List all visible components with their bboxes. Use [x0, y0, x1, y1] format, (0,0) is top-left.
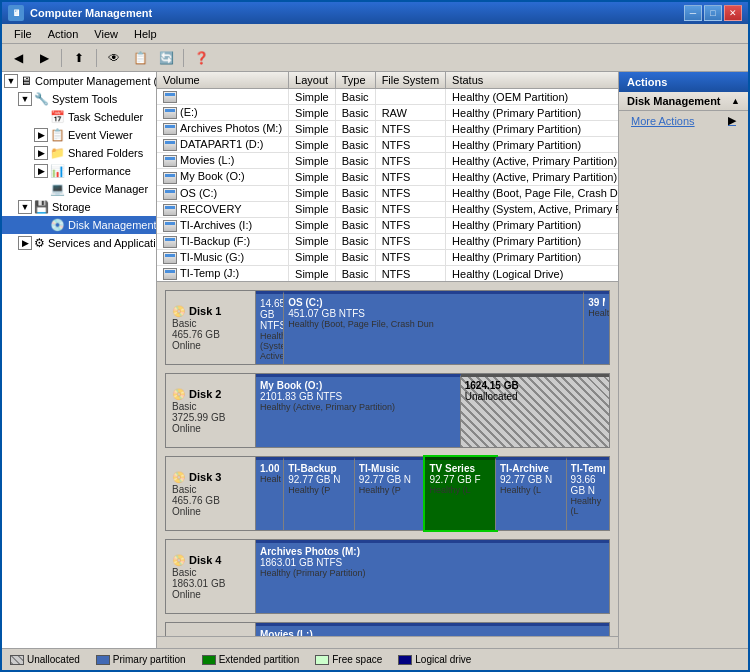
disk-status: Online: [172, 423, 249, 434]
table-row[interactable]: DATAPART1 (D:) Simple Basic NTFS Healthy…: [157, 137, 618, 153]
expand-event-viewer[interactable]: ▶: [34, 128, 48, 142]
show-hide-button[interactable]: 👁: [102, 47, 126, 69]
tree-performance[interactable]: ▶ 📊 Performance: [2, 162, 156, 180]
menu-file[interactable]: File: [6, 26, 40, 42]
cell-layout: Simple: [289, 201, 336, 217]
minimize-button[interactable]: ─: [684, 5, 702, 21]
partition-name: TV Series: [429, 463, 491, 474]
table-row[interactable]: OS (C:) Simple Basic NTFS Healthy (Boot,…: [157, 185, 618, 201]
disk-partition[interactable]: TI-Backup 92.77 GB N Healthy (P: [284, 457, 355, 530]
table-row[interactable]: TI-Backup (F:) Simple Basic NTFS Healthy…: [157, 233, 618, 249]
table-row[interactable]: Archives Photos (M:) Simple Basic NTFS H…: [157, 121, 618, 137]
actions-section-label: Disk Management: [627, 95, 721, 107]
table-row[interactable]: Movies (L:) Simple Basic NTFS Healthy (A…: [157, 153, 618, 169]
actions-collapse-icon[interactable]: ▲: [731, 96, 740, 106]
cell-volume: TI-Temp (J:): [157, 266, 289, 282]
menu-help[interactable]: Help: [126, 26, 165, 42]
tree-services-apps[interactable]: ▶ ⚙ Services and Applications: [2, 234, 156, 252]
tree-label-device: Device Manager: [68, 183, 148, 195]
disk-partition[interactable]: 1624.15 GB Unallocated: [461, 374, 609, 447]
cell-fs: NTFS: [375, 201, 445, 217]
refresh-button[interactable]: 🔄: [154, 47, 178, 69]
cell-layout: Simple: [289, 185, 336, 201]
cell-layout: Simple: [289, 233, 336, 249]
actions-section-disk-mgmt[interactable]: Disk Management ▲: [619, 92, 748, 111]
disk-partition[interactable]: My Book (O:) 2101.83 GB NTFS Healthy (Ac…: [256, 374, 461, 447]
legend-extended: Extended partition: [202, 654, 300, 665]
tree-system-tools[interactable]: ▼ 🔧 System Tools: [2, 90, 156, 108]
disk-partition[interactable]: TI-Temp 93.66 GB N Healthy (L: [567, 457, 609, 530]
disk-status: Online: [172, 589, 249, 600]
expand-storage[interactable]: ▼: [18, 200, 32, 214]
tree-device-manager[interactable]: 💻 Device Manager: [2, 180, 156, 198]
disk-partition[interactable]: 39 MB Healthy: [584, 291, 609, 364]
disk-type: Basic: [172, 318, 249, 329]
legend-box-extended: [202, 655, 216, 665]
partition-status: Healthy (L: [429, 485, 491, 495]
table-row[interactable]: Simple Basic Healthy (OEM Partition): [157, 89, 618, 105]
table-row[interactable]: RECOVERY Simple Basic NTFS Healthy (Syst…: [157, 201, 618, 217]
disk-partition[interactable]: Archives Photos (M:) 1863.01 GB NTFS Hea…: [256, 540, 609, 613]
disk-partition[interactable]: Movies (L:) 1863.01 GB NTFS Healthy (Act…: [256, 623, 609, 636]
cell-type: Basic: [335, 217, 375, 233]
tree-disk-management[interactable]: 💿 Disk Management: [2, 216, 156, 234]
disk-partitions-disk1: RECOVERY 14.65 GB NTFS Healthy (System, …: [256, 291, 609, 364]
disk-partition[interactable]: TI-Music 92.77 GB N Healthy (P: [355, 457, 426, 530]
help-button[interactable]: ❓: [189, 47, 213, 69]
cell-type: Basic: [335, 153, 375, 169]
expand-system-tools[interactable]: ▼: [18, 92, 32, 106]
disk-label: 📀 Disk 2: [172, 388, 249, 401]
cell-volume: OS (C:): [157, 185, 289, 201]
table-row[interactable]: (E:) Simple Basic RAW Healthy (Primary P…: [157, 105, 618, 121]
menu-view[interactable]: View: [86, 26, 126, 42]
disk-partition[interactable]: TI-Archive 92.77 GB N Healthy (L: [496, 457, 567, 530]
tree-shared-folders[interactable]: ▶ 📁 Shared Folders: [2, 144, 156, 162]
center-panel: Volume Layout Type File System Status Si…: [157, 72, 618, 648]
tree-event-viewer[interactable]: ▶ 📋 Event Viewer: [2, 126, 156, 144]
expand-services[interactable]: ▶: [18, 236, 32, 250]
status-bar: Unallocated Primary partition Extended p…: [2, 648, 748, 670]
tree-label-services: Services and Applications: [48, 237, 157, 249]
disk-partition[interactable]: OS (C:) 451.07 GB NTFS Healthy (Boot, Pa…: [284, 291, 584, 364]
tree-computer-management[interactable]: ▼ 🖥 Computer Management (Local): [2, 72, 156, 90]
volume-table: Volume Layout Type File System Status Si…: [157, 72, 618, 282]
table-row[interactable]: TI-Archives (I:) Simple Basic NTFS Healt…: [157, 217, 618, 233]
menu-action[interactable]: Action: [40, 26, 87, 42]
expand-computer-management[interactable]: ▼: [4, 74, 18, 88]
properties-button[interactable]: 📋: [128, 47, 152, 69]
close-button[interactable]: ✕: [724, 5, 742, 21]
disk-partition[interactable]: TV Series 92.77 GB F Healthy (L: [425, 457, 496, 530]
partition-size: 93.66 GB N: [571, 474, 605, 496]
legend-unallocated: Unallocated: [10, 654, 80, 665]
legend-box-unallocated: [10, 655, 24, 665]
cell-layout: Simple: [289, 249, 336, 265]
tree-task-scheduler[interactable]: 📅 Task Scheduler: [2, 108, 156, 126]
forward-button[interactable]: ▶: [32, 47, 56, 69]
tree-label-system-tools: System Tools: [52, 93, 117, 105]
tree-label-event: Event Viewer: [68, 129, 133, 141]
tree-storage[interactable]: ▼ 💾 Storage: [2, 198, 156, 216]
partition-size: Unallocated: [465, 391, 605, 402]
maximize-button[interactable]: □: [704, 5, 722, 21]
volume-table-area[interactable]: Volume Layout Type File System Status Si…: [157, 72, 618, 282]
table-row[interactable]: My Book (O:) Simple Basic NTFS Healthy (…: [157, 169, 618, 185]
table-row[interactable]: TI-Music (G:) Simple Basic NTFS Healthy …: [157, 249, 618, 265]
partition-status: Healthy: [588, 308, 605, 318]
computer-icon: 🖥: [20, 74, 32, 88]
expand-shared[interactable]: ▶: [34, 146, 48, 160]
expand-perf[interactable]: ▶: [34, 164, 48, 178]
partition-name: TI-Temp: [571, 463, 605, 474]
volume-icon: [163, 220, 177, 232]
horizontal-scrollbar[interactable]: [157, 636, 618, 648]
cell-layout: Simple: [289, 266, 336, 282]
up-button[interactable]: ⬆: [67, 47, 91, 69]
table-row[interactable]: TI-Temp (J:) Simple Basic NTFS Healthy (…: [157, 266, 618, 282]
system-tools-icon: 🔧: [34, 92, 49, 106]
partition-name: OS (C:): [288, 297, 579, 308]
disk-visual-area[interactable]: 📀 Disk 1 Basic 465.76 GB Online RECOVERY…: [157, 282, 618, 636]
disk-partition[interactable]: RECOVERY 14.65 GB NTFS Healthy (System, …: [256, 291, 284, 364]
cell-fs: NTFS: [375, 121, 445, 137]
disk-partition[interactable]: 1.00 G Healt: [256, 457, 284, 530]
action-more-actions[interactable]: More Actions ▶: [619, 111, 748, 130]
back-button[interactable]: ◀: [6, 47, 30, 69]
